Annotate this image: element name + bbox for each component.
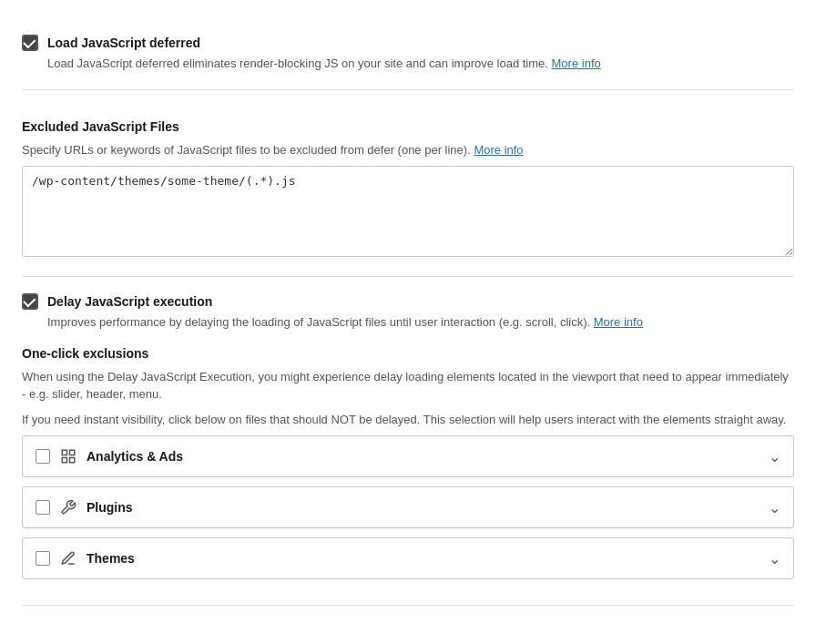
analytics-icon <box>59 447 77 465</box>
delay-js-execution-desc: Improves performance by delaying the loa… <box>47 313 794 332</box>
excluded-js-title: Excluded JavaScript Files <box>22 119 794 134</box>
themes-icon <box>59 549 77 567</box>
accordion-themes-checkbox[interactable] <box>36 551 50 566</box>
one-click-exclusions-desc2: If you need instant visibility, click be… <box>22 411 794 429</box>
one-click-exclusions-title: One-click exclusions <box>22 346 794 361</box>
excluded-js-desc: Specify URLs or keywords of JavaScript f… <box>22 141 794 159</box>
load-js-deferred-title: Load JavaScript deferred <box>47 36 200 50</box>
accordion-plugins[interactable]: Plugins ⌄ <box>22 486 794 528</box>
accordion-plugins-label: Plugins <box>87 500 133 515</box>
one-click-exclusions-section: One-click exclusions When using the Dela… <box>22 346 794 580</box>
delay-js-execution-more-info[interactable]: More info <box>594 315 643 329</box>
load-js-deferred-more-info[interactable]: More info <box>552 56 601 70</box>
accordion-plugins-left: Plugins <box>36 498 133 516</box>
delay-js-execution-section: Delay JavaScript execution Improves perf… <box>22 277 794 606</box>
excluded-js-textarea-wrap <box>22 166 794 260</box>
svg-rect-3 <box>62 458 66 463</box>
accordion-themes-label: Themes <box>87 551 135 566</box>
load-js-deferred-section: Load JavaScript deferred Load JavaScript… <box>22 18 794 90</box>
svg-rect-1 <box>70 450 75 455</box>
delay-js-execution-title: Delay JavaScript execution <box>47 294 212 309</box>
excluded-js-more-info[interactable]: More info <box>474 143 523 157</box>
accordion-analytics-ads-chevron: ⌄ <box>769 448 780 465</box>
excluded-js-textarea[interactable] <box>22 166 794 257</box>
accordion-themes-left: Themes <box>36 549 135 567</box>
accordion-analytics-ads[interactable]: Analytics & Ads ⌄ <box>22 435 794 477</box>
svg-rect-2 <box>70 458 75 463</box>
accordion-analytics-ads-left: Analytics & Ads <box>36 447 183 465</box>
accordion-analytics-ads-label: Analytics & Ads <box>87 449 183 464</box>
one-click-exclusions-desc1: When using the Delay JavaScript Executio… <box>22 368 794 404</box>
excluded-js-files-section: Excluded JavaScript Files Specify URLs o… <box>22 90 794 278</box>
accordion-themes[interactable]: Themes ⌄ <box>22 537 794 579</box>
excluded-js-subsection: Excluded JavaScript Files Specify URLs o… <box>22 119 794 261</box>
load-js-deferred-checkbox[interactable] <box>22 35 38 51</box>
delay-js-execution-checkbox[interactable] <box>22 293 38 310</box>
accordion-plugins-checkbox[interactable] <box>36 500 50 515</box>
load-js-deferred-desc: Load JavaScript deferred eliminates rend… <box>47 55 794 73</box>
plugins-icon <box>59 498 77 516</box>
svg-rect-0 <box>62 450 66 455</box>
accordion-themes-chevron: ⌄ <box>769 550 780 567</box>
accordion-plugins-chevron: ⌄ <box>769 499 780 516</box>
accordion-analytics-ads-checkbox[interactable] <box>36 449 50 464</box>
